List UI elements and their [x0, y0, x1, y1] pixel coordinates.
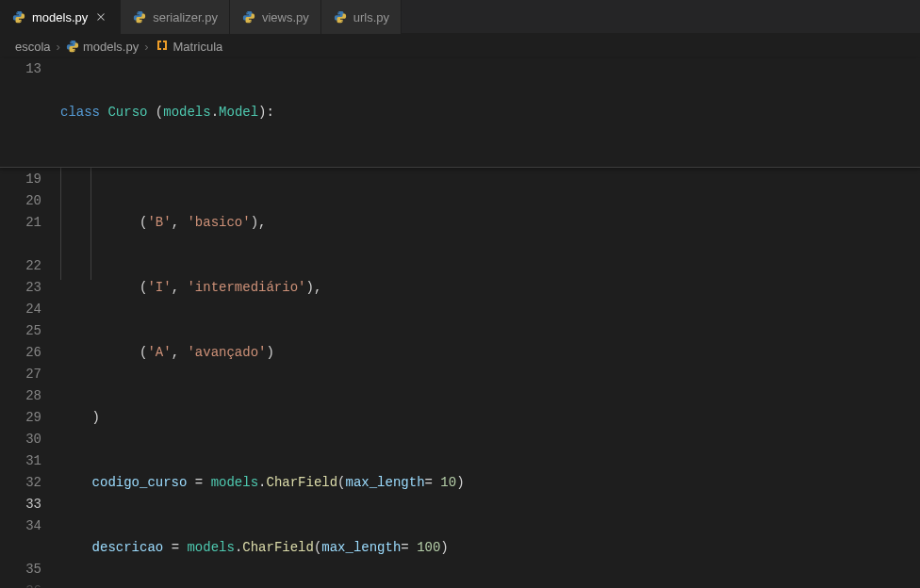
- line-number: 31: [0, 450, 41, 472]
- tab-models[interactable]: models.py: [0, 0, 121, 34]
- sticky-scroll[interactable]: 13 class Curso (models.Model):: [0, 58, 920, 168]
- line-number: 30: [0, 429, 41, 450]
- breadcrumb: escola › models.py › Matricula: [0, 34, 920, 58]
- line-number: 36: [0, 580, 41, 588]
- line-number: 20: [0, 190, 41, 212]
- line-number: 19: [0, 169, 41, 190]
- tab-label: urls.py: [353, 10, 389, 24]
- line-number: 34: [0, 515, 41, 559]
- line-number: 21: [0, 212, 41, 255]
- line-number: 26: [0, 342, 41, 364]
- tab-bar: models.py serializer.py views.py urls.py: [0, 0, 920, 34]
- tab-urls[interactable]: urls.py: [321, 0, 402, 34]
- line-number: 22: [0, 255, 41, 277]
- python-icon: [241, 9, 256, 24]
- chevron-right-icon: ›: [142, 40, 150, 54]
- tab-label: serializer.py: [153, 10, 218, 24]
- line-number: 33: [0, 494, 41, 515]
- line-number: 25: [0, 320, 41, 342]
- python-icon: [132, 9, 147, 24]
- line-number: 35: [0, 559, 41, 580]
- close-icon[interactable]: [93, 9, 108, 24]
- tab-label: models.py: [32, 10, 88, 24]
- breadcrumb-symbol-label: Matricula: [173, 40, 223, 54]
- line-number: 27: [0, 364, 41, 385]
- tab-label: views.py: [262, 10, 309, 24]
- breadcrumb-file-label: models.py: [83, 40, 139, 54]
- line-number: 24: [0, 299, 41, 320]
- line-number: 13: [0, 58, 41, 80]
- line-number: 23: [0, 277, 41, 299]
- line-number: 32: [0, 472, 41, 494]
- breadcrumb-symbol[interactable]: Matricula: [155, 38, 223, 56]
- line-number: 29: [0, 407, 41, 429]
- tab-serializer[interactable]: serializer.py: [121, 0, 230, 34]
- breadcrumb-folder[interactable]: escola: [15, 40, 51, 54]
- python-icon: [333, 9, 348, 24]
- line-number: 28: [0, 385, 41, 407]
- python-icon: [11, 9, 26, 24]
- breadcrumb-file[interactable]: models.py: [66, 40, 139, 54]
- chevron-right-icon: ›: [55, 40, 62, 54]
- symbol-class-icon: [155, 38, 170, 56]
- tab-views[interactable]: views.py: [230, 0, 321, 34]
- code-line: class Curso (models.Model):: [60, 102, 920, 123]
